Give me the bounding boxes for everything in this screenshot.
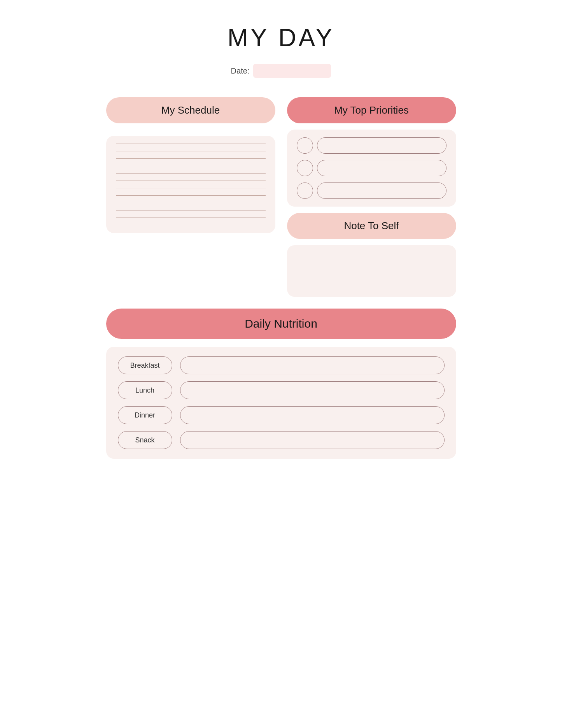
page: MY DAY Date: My Schedule — [106, 16, 456, 459]
schedule-line-2 — [116, 151, 266, 151]
nutrition-row-dinner: Dinner — [118, 406, 445, 424]
date-input[interactable] — [253, 64, 331, 78]
note-box — [287, 245, 456, 297]
note-section: Note To Self — [287, 213, 456, 297]
schedule-line-11 — [116, 218, 266, 218]
note-line-3 — [297, 271, 446, 271]
priorities-header: My Top Priorities — [287, 97, 456, 123]
schedule-line-9 — [116, 203, 266, 203]
priority-item-1 — [297, 137, 446, 154]
priority-item-2 — [297, 160, 446, 176]
priority-input-3[interactable] — [317, 182, 446, 199]
meal-input-breakfast[interactable] — [180, 356, 445, 374]
schedule-header: My Schedule — [106, 97, 275, 123]
date-row: Date: — [231, 64, 331, 78]
priority-circle-3 — [297, 182, 313, 199]
meal-label-breakfast: Breakfast — [118, 356, 172, 374]
schedule-line-12 — [116, 225, 266, 225]
meal-label-lunch: Lunch — [118, 381, 172, 399]
schedule-box — [106, 136, 275, 233]
meal-input-snack[interactable] — [180, 431, 445, 449]
meal-label-snack: Snack — [118, 431, 172, 449]
nutrition-section: Daily Nutrition Breakfast Lunch Dinner — [106, 309, 456, 459]
right-column: My Top Priorities — [287, 97, 456, 297]
priority-item-3 — [297, 182, 446, 199]
priority-circle-1 — [297, 137, 313, 154]
schedule-line-8 — [116, 195, 266, 196]
schedule-line-6 — [116, 181, 266, 181]
nutrition-row-snack: Snack — [118, 431, 445, 449]
schedule-header-wrap: My Schedule — [106, 97, 275, 130]
priority-circle-2 — [297, 160, 313, 176]
schedule-line-10 — [116, 210, 266, 211]
schedule-line-3 — [116, 158, 266, 159]
note-line-1 — [297, 253, 446, 253]
schedule-line-4 — [116, 166, 266, 166]
priorities-section: My Top Priorities — [287, 97, 456, 207]
nutrition-header: Daily Nutrition — [106, 309, 456, 339]
nutrition-row-lunch: Lunch — [118, 381, 445, 399]
meal-input-dinner[interactable] — [180, 406, 445, 424]
note-header: Note To Self — [287, 213, 456, 239]
note-line-2 — [297, 262, 446, 262]
nutrition-box: Breakfast Lunch Dinner Snack — [106, 347, 456, 459]
meal-label-dinner: Dinner — [118, 406, 172, 424]
date-label: Date: — [231, 67, 250, 75]
meal-input-lunch[interactable] — [180, 381, 445, 399]
page-title: MY DAY — [228, 23, 334, 52]
schedule-line-5 — [116, 173, 266, 174]
priorities-box — [287, 130, 456, 207]
schedule-section: My Schedule — [106, 97, 275, 297]
nutrition-row-breakfast: Breakfast — [118, 356, 445, 374]
schedule-line-7 — [116, 188, 266, 188]
main-grid: My Schedule My Top Priorities — [106, 97, 456, 297]
priority-input-1[interactable] — [317, 137, 446, 154]
note-line-5 — [297, 289, 446, 289]
schedule-line-1 — [116, 144, 266, 144]
priority-input-2[interactable] — [317, 160, 446, 176]
note-line-4 — [297, 280, 446, 280]
